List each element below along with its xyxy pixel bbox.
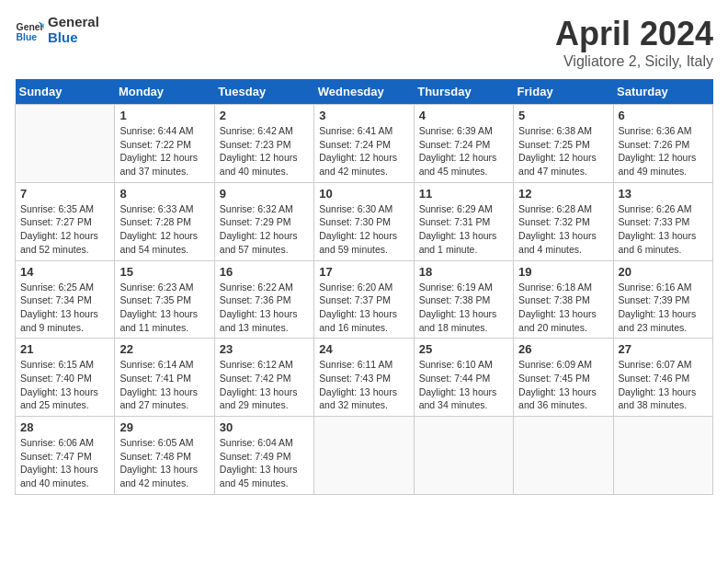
day-number: 13 xyxy=(619,187,708,201)
weekday-header: Saturday xyxy=(613,79,712,105)
day-number: 17 xyxy=(319,265,408,279)
day-number: 26 xyxy=(518,342,608,356)
calendar-cell: 1Sunrise: 6:44 AMSunset: 7:22 PMDaylight… xyxy=(115,105,214,183)
calendar-week-row: 28Sunrise: 6:06 AMSunset: 7:47 PMDayligh… xyxy=(16,417,713,495)
calendar-cell xyxy=(314,417,414,495)
cell-info: Sunrise: 6:28 AMSunset: 7:32 PMDaylight:… xyxy=(518,202,608,257)
cell-info: Sunrise: 6:35 AMSunset: 7:27 PMDaylight:… xyxy=(20,202,109,257)
day-number: 12 xyxy=(518,187,608,201)
calendar-cell: 6Sunrise: 6:36 AMSunset: 7:26 PMDaylight… xyxy=(613,105,712,183)
day-number: 22 xyxy=(119,342,209,356)
weekday-header: Monday xyxy=(115,79,214,105)
logo-line1: General xyxy=(48,15,99,30)
day-number: 14 xyxy=(20,265,109,279)
cell-info: Sunrise: 6:25 AMSunset: 7:34 PMDaylight:… xyxy=(20,281,109,335)
day-number: 28 xyxy=(20,420,109,434)
day-number: 27 xyxy=(619,342,708,356)
logo-line2: Blue xyxy=(48,30,99,46)
cell-info: Sunrise: 6:32 AMSunset: 7:29 PMDaylight:… xyxy=(220,202,309,257)
day-number: 9 xyxy=(220,187,309,201)
calendar-cell: 9Sunrise: 6:32 AMSunset: 7:29 PMDaylight… xyxy=(214,182,313,260)
calendar-week-row: 14Sunrise: 6:25 AMSunset: 7:34 PMDayligh… xyxy=(16,260,713,339)
calendar-week-row: 21Sunrise: 6:15 AMSunset: 7:40 PMDayligh… xyxy=(16,339,713,417)
calendar-cell xyxy=(613,417,712,495)
cell-info: Sunrise: 6:26 AMSunset: 7:33 PMDaylight:… xyxy=(619,202,708,257)
calendar-cell: 21Sunrise: 6:15 AMSunset: 7:40 PMDayligh… xyxy=(16,339,115,417)
cell-info: Sunrise: 6:04 AMSunset: 7:49 PMDaylight:… xyxy=(220,436,309,490)
day-number: 29 xyxy=(119,420,209,434)
calendar-cell: 19Sunrise: 6:18 AMSunset: 7:38 PMDayligh… xyxy=(514,260,613,339)
weekday-header: Friday xyxy=(514,79,613,105)
weekday-header: Wednesday xyxy=(314,79,414,105)
calendar-cell: 27Sunrise: 6:07 AMSunset: 7:46 PMDayligh… xyxy=(613,339,712,417)
day-number: 18 xyxy=(419,265,508,279)
cell-info: Sunrise: 6:22 AMSunset: 7:36 PMDaylight:… xyxy=(220,281,309,335)
day-number: 4 xyxy=(419,109,508,122)
calendar-cell: 5Sunrise: 6:38 AMSunset: 7:25 PMDaylight… xyxy=(514,105,613,183)
calendar-cell: 18Sunrise: 6:19 AMSunset: 7:38 PMDayligh… xyxy=(414,260,513,339)
cell-info: Sunrise: 6:10 AMSunset: 7:44 PMDaylight:… xyxy=(419,358,508,412)
calendar-cell: 29Sunrise: 6:05 AMSunset: 7:48 PMDayligh… xyxy=(115,417,214,495)
calendar-cell: 12Sunrise: 6:28 AMSunset: 7:32 PMDayligh… xyxy=(514,182,613,260)
cell-info: Sunrise: 6:05 AMSunset: 7:48 PMDaylight:… xyxy=(119,436,209,490)
day-number: 8 xyxy=(119,187,209,201)
calendar-cell xyxy=(514,417,613,495)
day-number: 1 xyxy=(119,109,209,122)
cell-info: Sunrise: 6:18 AMSunset: 7:38 PMDaylight:… xyxy=(518,281,608,335)
cell-info: Sunrise: 6:12 AMSunset: 7:42 PMDaylight:… xyxy=(220,358,309,412)
cell-info: Sunrise: 6:29 AMSunset: 7:31 PMDaylight:… xyxy=(419,202,508,257)
day-number: 21 xyxy=(20,342,109,356)
calendar-cell: 2Sunrise: 6:42 AMSunset: 7:23 PMDaylight… xyxy=(214,105,313,183)
calendar-table: SundayMondayTuesdayWednesdayThursdayFrid… xyxy=(15,79,713,495)
calendar-cell: 10Sunrise: 6:30 AMSunset: 7:30 PMDayligh… xyxy=(314,182,414,260)
calendar-week-row: 7Sunrise: 6:35 AMSunset: 7:27 PMDaylight… xyxy=(16,182,713,260)
cell-info: Sunrise: 6:07 AMSunset: 7:46 PMDaylight:… xyxy=(619,358,708,412)
calendar-cell: 22Sunrise: 6:14 AMSunset: 7:41 PMDayligh… xyxy=(115,339,214,417)
page-header: General Blue General Blue April 2024 Vig… xyxy=(15,15,713,70)
calendar-cell xyxy=(16,105,115,183)
day-number: 20 xyxy=(619,265,708,279)
month-title: April 2024 xyxy=(555,15,713,53)
day-number: 16 xyxy=(220,265,309,279)
cell-info: Sunrise: 6:20 AMSunset: 7:37 PMDaylight:… xyxy=(319,281,408,335)
day-number: 25 xyxy=(419,342,508,356)
logo-icon: General Blue xyxy=(15,16,44,45)
calendar-cell: 28Sunrise: 6:06 AMSunset: 7:47 PMDayligh… xyxy=(16,417,115,495)
weekday-header: Sunday xyxy=(16,79,115,105)
day-number: 2 xyxy=(220,109,309,122)
day-number: 19 xyxy=(518,265,608,279)
calendar-cell: 23Sunrise: 6:12 AMSunset: 7:42 PMDayligh… xyxy=(214,339,313,417)
location-subtitle: Vigliatore 2, Sicily, Italy xyxy=(555,53,713,70)
cell-info: Sunrise: 6:30 AMSunset: 7:30 PMDaylight:… xyxy=(319,202,408,257)
cell-info: Sunrise: 6:38 AMSunset: 7:25 PMDaylight:… xyxy=(518,124,608,178)
calendar-cell: 26Sunrise: 6:09 AMSunset: 7:45 PMDayligh… xyxy=(514,339,613,417)
cell-info: Sunrise: 6:39 AMSunset: 7:24 PMDaylight:… xyxy=(419,124,508,178)
calendar-week-row: 1Sunrise: 6:44 AMSunset: 7:22 PMDaylight… xyxy=(16,105,713,183)
calendar-cell: 17Sunrise: 6:20 AMSunset: 7:37 PMDayligh… xyxy=(314,260,414,339)
cell-info: Sunrise: 6:33 AMSunset: 7:28 PMDaylight:… xyxy=(119,202,209,257)
day-number: 24 xyxy=(319,342,408,356)
weekday-header-row: SundayMondayTuesdayWednesdayThursdayFrid… xyxy=(16,79,713,105)
calendar-cell xyxy=(414,417,513,495)
day-number: 6 xyxy=(619,109,708,122)
calendar-cell: 3Sunrise: 6:41 AMSunset: 7:24 PMDaylight… xyxy=(314,105,414,183)
cell-info: Sunrise: 6:11 AMSunset: 7:43 PMDaylight:… xyxy=(319,358,408,412)
calendar-cell: 30Sunrise: 6:04 AMSunset: 7:49 PMDayligh… xyxy=(214,417,313,495)
cell-info: Sunrise: 6:23 AMSunset: 7:35 PMDaylight:… xyxy=(119,281,209,335)
calendar-cell: 7Sunrise: 6:35 AMSunset: 7:27 PMDaylight… xyxy=(16,182,115,260)
cell-info: Sunrise: 6:06 AMSunset: 7:47 PMDaylight:… xyxy=(20,436,109,490)
calendar-cell: 8Sunrise: 6:33 AMSunset: 7:28 PMDaylight… xyxy=(115,182,214,260)
day-number: 7 xyxy=(20,187,109,201)
title-block: April 2024 Vigliatore 2, Sicily, Italy xyxy=(555,15,713,70)
day-number: 10 xyxy=(319,187,408,201)
calendar-cell: 16Sunrise: 6:22 AMSunset: 7:36 PMDayligh… xyxy=(214,260,313,339)
day-number: 5 xyxy=(518,109,608,122)
day-number: 3 xyxy=(319,109,408,122)
calendar-cell: 24Sunrise: 6:11 AMSunset: 7:43 PMDayligh… xyxy=(314,339,414,417)
cell-info: Sunrise: 6:14 AMSunset: 7:41 PMDaylight:… xyxy=(119,358,209,412)
cell-info: Sunrise: 6:41 AMSunset: 7:24 PMDaylight:… xyxy=(319,124,408,178)
weekday-header: Tuesday xyxy=(214,79,313,105)
cell-info: Sunrise: 6:16 AMSunset: 7:39 PMDaylight:… xyxy=(619,281,708,335)
calendar-cell: 13Sunrise: 6:26 AMSunset: 7:33 PMDayligh… xyxy=(613,182,712,260)
logo: General Blue General Blue xyxy=(15,15,99,45)
